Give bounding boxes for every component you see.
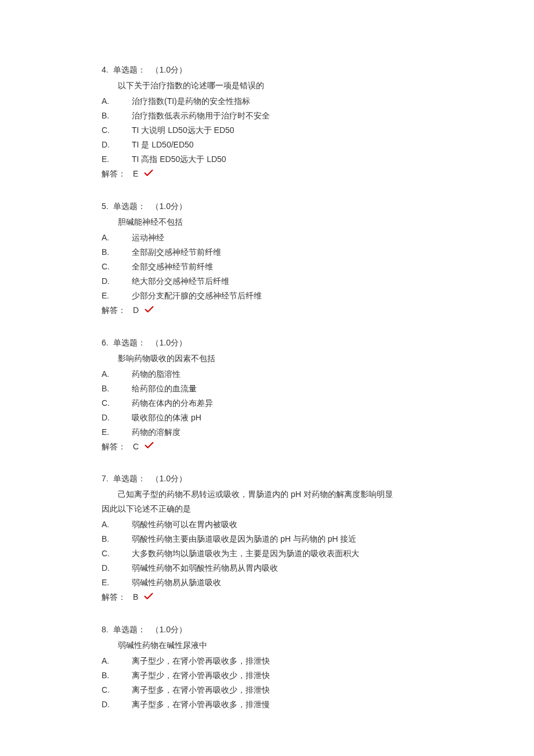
question-block: 7. 单选题： （1.0分） 己知离子型的药物不易转运或吸收，胃肠道内的 pH … <box>102 473 432 604</box>
answer-row: 解答： B <box>102 591 432 604</box>
option-text: 吸收部位的体液 pH <box>132 413 201 422</box>
question-stem: 胆碱能神经不包括 <box>102 216 432 228</box>
option-row: D.吸收部位的体液 pH <box>102 412 432 424</box>
question-number: 5. <box>102 201 109 211</box>
answer-value: B <box>133 592 138 602</box>
option-letter: C. <box>102 548 132 560</box>
option-letter: D. <box>102 275 132 287</box>
option-letter: C. <box>102 684 132 696</box>
option-text: 全部副交感神经节前纤维 <box>132 247 221 257</box>
option-text: 离子型少，在肾小管再吸收多，排泄快 <box>132 656 270 665</box>
option-letter: B. <box>102 110 132 122</box>
option-row: C.离子型多，在肾小管再吸收少，排泄快 <box>102 684 432 696</box>
option-row: A.药物的脂溶性 <box>102 368 432 380</box>
question-type: 单选题： <box>113 625 146 634</box>
option-letter: B. <box>102 533 132 545</box>
option-text: TI 大说明 LD50远大于 ED50 <box>132 125 234 135</box>
option-text: 药物的脂溶性 <box>132 369 181 379</box>
answer-value: E <box>133 169 138 178</box>
answer-value: C <box>133 442 139 451</box>
option-letter: B. <box>102 383 132 395</box>
option-letter: C. <box>102 261 132 273</box>
question-number: 8. <box>102 625 109 634</box>
option-letter: E. <box>102 290 132 302</box>
question-header: 7. 单选题： （1.0分） <box>102 473 432 485</box>
question-type: 单选题： <box>113 474 146 483</box>
question-block: 5. 单选题： （1.0分） 胆碱能神经不包括 A.运动神经 B.全部副交感神经… <box>102 200 432 317</box>
answer-label: 解答： <box>102 442 126 451</box>
question-block: 6. 单选题： （1.0分） 影响药物吸收的因素不包括 A.药物的脂溶性 B.给… <box>102 337 432 453</box>
check-icon <box>144 592 153 604</box>
option-row: C.全部交感神经节前纤维 <box>102 261 432 273</box>
question-number: 7. <box>102 474 109 483</box>
option-text: 运动神经 <box>132 233 164 242</box>
option-text: 治疗指数低表示药物用于治疗时不安全 <box>132 111 270 120</box>
option-row: D.离子型多，在肾小管再吸收多，排泄慢 <box>102 699 432 711</box>
option-letter: D. <box>102 139 132 151</box>
option-text: 弱碱性药物易从肠道吸收 <box>132 578 221 587</box>
option-row: D.绝大部分交感神经节后纤维 <box>102 275 432 287</box>
question-points: （1.0分） <box>151 338 186 347</box>
option-row: A.离子型少，在肾小管再吸收多，排泄快 <box>102 655 432 667</box>
answer-row: 解答： D <box>102 304 432 317</box>
question-block: 4. 单选题： （1.0分） 以下关于治疗指数的论述哪一项是错误的 A.治疗指数… <box>102 64 432 181</box>
option-row: C.大多数药物均以肠道吸收为主，主要是因为肠道的吸收表面积大 <box>102 548 432 560</box>
option-letter: A. <box>102 655 132 667</box>
option-letter: D. <box>102 699 132 711</box>
question-header: 5. 单选题： （1.0分） <box>102 200 432 213</box>
answer-label: 解答： <box>102 305 126 315</box>
option-text: 弱酸性药物可以在胃内被吸收 <box>132 520 237 529</box>
question-header: 4. 单选题： （1.0分） <box>102 64 432 76</box>
option-row: B.给药部位的血流量 <box>102 383 432 395</box>
option-letter: A. <box>102 519 132 531</box>
exam-page: 4. 单选题： （1.0分） 以下关于治疗指数的论述哪一项是错误的 A.治疗指数… <box>0 0 534 756</box>
option-row: A.治疗指数(TI)是药物的安全性指标 <box>102 95 432 107</box>
check-icon <box>145 305 154 317</box>
option-text: 绝大部分交感神经节后纤维 <box>132 276 229 286</box>
check-icon <box>144 168 153 181</box>
option-text: 大多数药物均以肠道吸收为主，主要是因为肠道的吸收表面积大 <box>132 549 359 558</box>
answer-label: 解答： <box>102 592 126 602</box>
option-text: 药物在体内的分布差异 <box>132 398 213 408</box>
option-row: B.离子型少，在肾小管再吸收少，排泄快 <box>102 669 432 682</box>
option-letter: C. <box>102 124 132 136</box>
option-text: 全部交感神经节前纤维 <box>132 262 213 271</box>
check-icon <box>145 441 154 453</box>
option-row: C.药物在体内的分布差异 <box>102 397 432 409</box>
option-row: B.全部副交感神经节前纤维 <box>102 246 432 258</box>
option-row: D.TI 是 LD50/ED50 <box>102 139 432 151</box>
option-text: 离子型多，在肾小管再吸收少，排泄快 <box>132 685 270 694</box>
question-stem: 己知离子型的药物不易转运或吸收，胃肠道内的 pH 对药物的解离度影响明显 <box>102 488 432 501</box>
option-letter: C. <box>102 397 132 409</box>
answer-row: 解答： E <box>102 168 432 181</box>
option-text: 弱酸性药物主要由肠道吸收是因为肠道的 pH 与药物的 pH 接近 <box>132 534 356 543</box>
option-row: E.少部分支配汗腺的交感神经节后纤维 <box>102 290 432 302</box>
question-type: 单选题： <box>113 338 146 347</box>
question-points: （1.0分） <box>151 625 186 634</box>
question-stem: 以下关于治疗指数的论述哪一项是错误的 <box>102 80 432 92</box>
option-text: 少部分支配汗腺的交感神经节后纤维 <box>132 291 262 300</box>
question-points: （1.0分） <box>151 474 186 483</box>
option-row: E.TI 高指 ED50远大于 LD50 <box>102 153 432 165</box>
question-points: （1.0分） <box>151 201 186 211</box>
option-text: 离子型多，在肾小管再吸收多，排泄慢 <box>132 700 270 709</box>
question-stem: 影响药物吸收的因素不包括 <box>102 352 432 365</box>
option-row: A.弱酸性药物可以在胃内被吸收 <box>102 519 432 531</box>
option-row: E.药物的溶解度 <box>102 426 432 438</box>
question-number: 6. <box>102 338 109 347</box>
question-header: 8. 单选题： （1.0分） <box>102 624 432 636</box>
option-letter: A. <box>102 368 132 380</box>
option-row: B.弱酸性药物主要由肠道吸收是因为肠道的 pH 与药物的 pH 接近 <box>102 533 432 545</box>
question-points: （1.0分） <box>151 65 186 74</box>
option-letter: A. <box>102 232 132 244</box>
option-row: B.治疗指数低表示药物用于治疗时不安全 <box>102 110 432 122</box>
option-letter: E. <box>102 153 132 165</box>
option-letter: D. <box>102 562 132 574</box>
option-text: TI 是 LD50/ED50 <box>132 140 194 149</box>
option-row: C.TI 大说明 LD50远大于 ED50 <box>102 124 432 136</box>
option-text: 治疗指数(TI)是药物的安全性指标 <box>132 96 250 106</box>
question-type: 单选题： <box>113 65 146 74</box>
option-text: TI 高指 ED50远大于 LD50 <box>132 154 226 164</box>
option-row: D.弱碱性药物不如弱酸性药物易从胃内吸收 <box>102 562 432 574</box>
question-block: 8. 单选题： （1.0分） 弱碱性药物在碱性尿液中 A.离子型少，在肾小管再吸… <box>102 624 432 711</box>
